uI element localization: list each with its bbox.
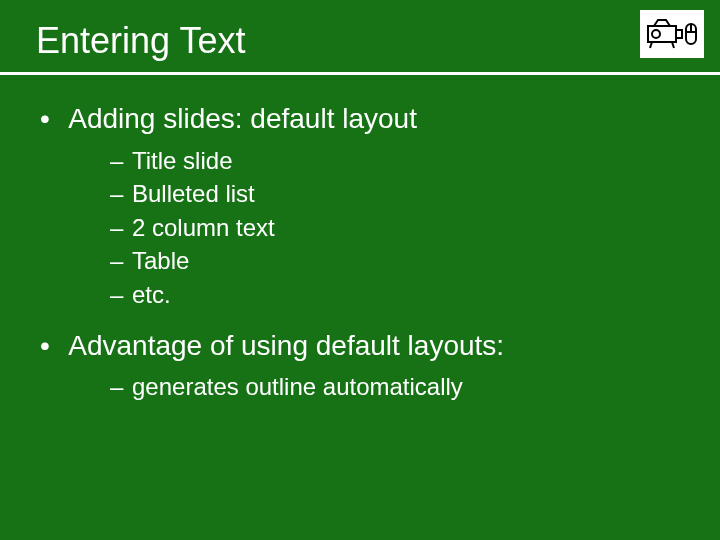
- slide-title: Entering Text: [36, 20, 720, 62]
- bullet-text: Adding slides: default layout: [68, 103, 417, 134]
- sub-bullet-text: Title slide: [132, 147, 232, 174]
- bullet-text: Advantage of using default layouts:: [68, 330, 504, 361]
- title-area: Entering Text: [0, 0, 720, 72]
- sub-bullet-text: Table: [132, 247, 189, 274]
- projector-mouse-icon: [640, 10, 704, 58]
- slide: Entering Text Adding slides: default lay…: [0, 0, 720, 540]
- slide-content: Adding slides: default layout Title slid…: [0, 75, 720, 404]
- sub-bullet-text: etc.: [132, 281, 171, 308]
- sub-bullet-text: 2 column text: [132, 214, 275, 241]
- sub-bullet-item: Table: [110, 244, 680, 278]
- sub-bullet-item: Title slide: [110, 144, 680, 178]
- sub-bullet-item: etc.: [110, 278, 680, 312]
- sub-bullet-text: Bulleted list: [132, 180, 255, 207]
- bullet-item: Adding slides: default layout Title slid…: [40, 99, 680, 312]
- sub-bullet-text: generates outline automatically: [132, 373, 463, 400]
- sub-bullet-item: generates outline automatically: [110, 370, 680, 404]
- sub-bullet-item: 2 column text: [110, 211, 680, 245]
- svg-rect-1: [676, 30, 682, 38]
- sub-bullet-item: Bulleted list: [110, 177, 680, 211]
- svg-point-2: [652, 30, 660, 38]
- bullet-item: Advantage of using default layouts: gene…: [40, 326, 680, 404]
